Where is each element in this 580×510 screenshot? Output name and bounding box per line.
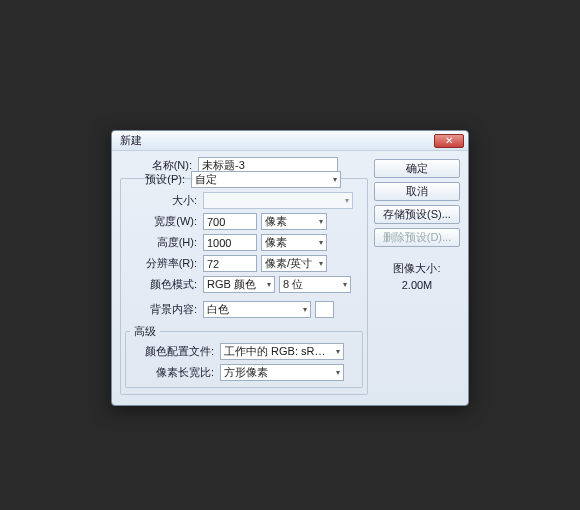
close-button[interactable]: ✕ [434,134,464,148]
ok-button[interactable]: 确定 [374,159,460,178]
new-document-dialog: 新建 ✕ 名称(N): 预设(P): 自定▾ 大小: ▾ [111,130,469,406]
background-label: 背景内容: [125,302,199,317]
titlebar: 新建 ✕ [112,131,468,151]
size-select[interactable]: ▾ [203,192,353,209]
dialog-title: 新建 [120,133,142,148]
width-label: 宽度(W): [125,214,199,229]
advanced-legend: 高级 [130,324,160,339]
resolution-unit-value: 像素/英寸 [265,256,312,271]
background-swatch[interactable] [315,301,334,318]
width-input[interactable] [203,213,257,230]
height-unit-select[interactable]: 像素▾ [261,234,327,251]
bit-depth-select[interactable]: 8 位▾ [279,276,351,293]
height-label: 高度(H): [125,235,199,250]
resolution-unit-select[interactable]: 像素/英寸▾ [261,255,327,272]
save-preset-button[interactable]: 存储预设(S)... [374,205,460,224]
profile-value: 工作中的 RGB: sRGB IEC619... [224,344,328,359]
size-label: 大小: [125,193,199,208]
aspect-label: 像素长宽比: [130,365,216,380]
height-input[interactable] [203,234,257,251]
profile-label: 颜色配置文件: [130,344,216,359]
preset-group: 预设(P): 自定▾ 大小: ▾ 宽度(W): 像素▾ [120,178,368,395]
aspect-value: 方形像素 [224,365,268,380]
resolution-label: 分辨率(R): [125,256,199,271]
color-mode-label: 颜色模式: [125,277,199,292]
preset-value: 自定 [195,172,217,187]
width-unit-select[interactable]: 像素▾ [261,213,327,230]
background-select[interactable]: 白色▾ [203,301,311,318]
aspect-select[interactable]: 方形像素▾ [220,364,344,381]
preset-label: 预设(P): [125,172,187,187]
color-mode-select[interactable]: RGB 颜色▾ [203,276,275,293]
cancel-button[interactable]: 取消 [374,182,460,201]
delete-preset-button: 删除预设(D)... [374,228,460,247]
height-unit-value: 像素 [265,235,287,250]
color-mode-value: RGB 颜色 [207,277,256,292]
image-size-label: 图像大小: [374,261,460,276]
profile-select[interactable]: 工作中的 RGB: sRGB IEC619...▾ [220,343,344,360]
image-size-box: 图像大小: 2.00M [374,261,460,291]
background-value: 白色 [207,302,229,317]
bit-depth-value: 8 位 [283,277,303,292]
name-label: 名称(N): [120,158,194,173]
width-unit-value: 像素 [265,214,287,229]
preset-select[interactable]: 自定▾ [191,171,341,188]
advanced-group: 高级 颜色配置文件: 工作中的 RGB: sRGB IEC619...▾ 像素长… [125,324,363,388]
resolution-input[interactable] [203,255,257,272]
image-size-value: 2.00M [374,279,460,291]
